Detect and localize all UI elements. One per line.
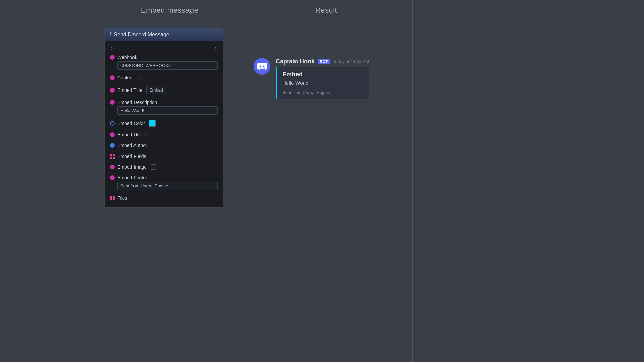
embed-image-field: Embed Image	[110, 164, 218, 170]
main-panel: Embed message Result f Send Discord Mess…	[99, 0, 413, 362]
node-fields: Webhook <DISCORD_WEBHOOK> Content	[105, 55, 223, 201]
embed-footer-display: Sent from Unreal Engine	[282, 90, 330, 95]
embed-footer-circle-icon	[110, 175, 115, 180]
webhook-label: Webhook	[117, 55, 137, 60]
embed-description-label-row: Embed Description	[110, 100, 218, 105]
embed-footer-input[interactable]: Sent from Unreal Engine	[117, 182, 218, 190]
embed-fields-grid-icon	[110, 154, 115, 159]
embed-title-circle-icon	[110, 88, 115, 93]
main-container: Embed message Result f Send Discord Mess…	[0, 0, 644, 362]
discord-message-content: Captain Hook BOT Today at 11:33 AM Embed…	[276, 58, 369, 99]
embed-footer-field: Embed Footer Sent from Unreal Engine	[110, 175, 218, 190]
result-panel: Captain Hook BOT Today at 11:33 AM Embed…	[240, 21, 412, 362]
embed-url-circle-icon	[110, 132, 115, 137]
discord-bot-badge: BOT	[318, 59, 330, 64]
node-card: f Send Discord Message ▷ ▷	[104, 28, 223, 208]
embed-title-label: Embed Title	[117, 87, 142, 93]
embed-description-display: Hello World!	[282, 80, 330, 86]
embed-image-label: Embed Image	[117, 164, 147, 170]
files-label-row: Files	[110, 195, 218, 201]
embed-footer-label-row: Embed Footer	[110, 175, 218, 180]
result-title: Result	[315, 6, 337, 14]
embed-author-label: Embed Author	[117, 143, 147, 148]
header-row: Embed message Result	[99, 0, 412, 21]
embed-description-label: Embed Description	[117, 100, 157, 105]
node-header: f Send Discord Message	[105, 28, 223, 41]
node-panel: f Send Discord Message ▷ ▷	[99, 21, 240, 362]
discord-username: Captain Hook	[276, 58, 315, 65]
content-label: Content	[117, 75, 134, 80]
function-icon: f	[109, 32, 111, 38]
embed-color-circle-icon	[110, 121, 115, 126]
discord-meta: Captain Hook BOT Today at 11:33 AM	[276, 58, 369, 65]
embed-description-input[interactable]: Hello World!	[117, 106, 218, 115]
embed-image-label-row: Embed Image	[110, 164, 218, 170]
result-header: Result	[240, 0, 412, 21]
embed-title-label-row: Embed Title Embed	[110, 86, 218, 94]
embed-color-label-row: Embed Color	[110, 120, 218, 127]
embed-author-label-row: Embed Author	[110, 143, 218, 148]
webhook-input[interactable]: <DISCORD_WEBHOOK>	[117, 61, 218, 70]
embed-description-field: Embed Description Hello World!	[110, 100, 218, 115]
right-empty-area	[413, 0, 644, 362]
discord-icon	[257, 63, 267, 70]
content-field: Content	[110, 75, 218, 80]
embed-description-circle-icon	[110, 100, 115, 105]
left-empty-area	[0, 0, 99, 362]
right-arrow-icon[interactable]: ▷	[214, 45, 218, 51]
discord-message: Captain Hook BOT Today at 11:33 AM Embed…	[254, 58, 369, 99]
content-row: f Send Discord Message ▷ ▷	[99, 21, 412, 362]
embed-title-display: Embed	[282, 71, 330, 78]
content-checkbox[interactable]	[138, 75, 143, 80]
files-label: Files	[117, 195, 127, 201]
embed-url-field: Embed Url	[110, 132, 218, 137]
embed-url-label: Embed Url	[117, 132, 140, 137]
embed-author-field: Embed Author	[110, 143, 218, 148]
node-arrows-row: ▷ ▷	[105, 41, 223, 55]
discord-timestamp: Today at 11:33 AM	[333, 59, 369, 64]
files-grid-icon	[110, 196, 115, 200]
embed-footer-label: Embed Footer	[117, 175, 147, 180]
embed-color-label: Embed Color	[117, 121, 145, 126]
embed-url-label-row: Embed Url	[110, 132, 218, 137]
embed-fields-field: Embed Fields	[110, 154, 218, 159]
embed-url-checkbox[interactable]	[144, 132, 149, 137]
embed-message-header: Embed message	[99, 0, 240, 21]
embed-fields-label-row: Embed Fields	[110, 154, 218, 159]
embed-card: Embed Hello World! Sent from Unreal Engi…	[276, 67, 369, 99]
embed-title-input[interactable]: Embed	[146, 86, 166, 94]
discord-avatar	[254, 58, 270, 75]
embed-fields-label: Embed Fields	[117, 154, 146, 159]
embed-message-title: Embed message	[141, 6, 199, 14]
webhook-field: Webhook <DISCORD_WEBHOOK>	[110, 55, 218, 70]
webhook-circle-icon	[110, 55, 115, 60]
embed-author-circle-icon	[110, 143, 115, 148]
embed-title-field: Embed Title Embed	[110, 86, 218, 94]
webhook-label-row: Webhook	[110, 55, 218, 60]
content-circle-icon	[110, 75, 115, 80]
embed-color-field: Embed Color	[110, 120, 218, 127]
left-arrow-icon[interactable]: ▷	[110, 45, 114, 51]
embed-image-checkbox[interactable]	[151, 164, 156, 170]
embed-color-swatch[interactable]	[149, 120, 156, 127]
node-title: Send Discord Message	[114, 32, 169, 38]
embed-image-circle-icon	[110, 165, 115, 169]
files-field: Files	[110, 195, 218, 201]
content-label-row: Content	[110, 75, 218, 80]
embed-body: Embed Hello World! Sent from Unreal Engi…	[277, 67, 335, 99]
